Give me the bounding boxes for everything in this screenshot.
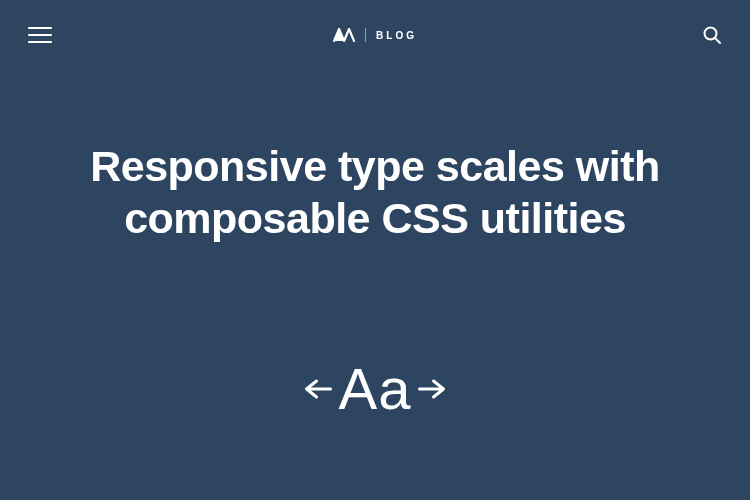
- brand-label: BLOG: [376, 30, 417, 41]
- type-sample: Aa: [339, 360, 412, 418]
- arrow-left-icon: [305, 377, 333, 401]
- brand-divider: [365, 28, 366, 42]
- svg-line-1: [715, 38, 720, 43]
- logo-icon: [333, 28, 355, 42]
- page-title: Responsive type scales with composable C…: [50, 140, 700, 245]
- search-button[interactable]: [702, 25, 722, 45]
- arrow-right-icon: [417, 377, 445, 401]
- brand[interactable]: BLOG: [333, 28, 417, 42]
- search-icon: [702, 25, 722, 45]
- type-scale-illustration: Aa: [305, 360, 446, 418]
- header: BLOG: [0, 0, 750, 70]
- hero: Responsive type scales with composable C…: [0, 70, 750, 245]
- menu-button[interactable]: [28, 27, 52, 43]
